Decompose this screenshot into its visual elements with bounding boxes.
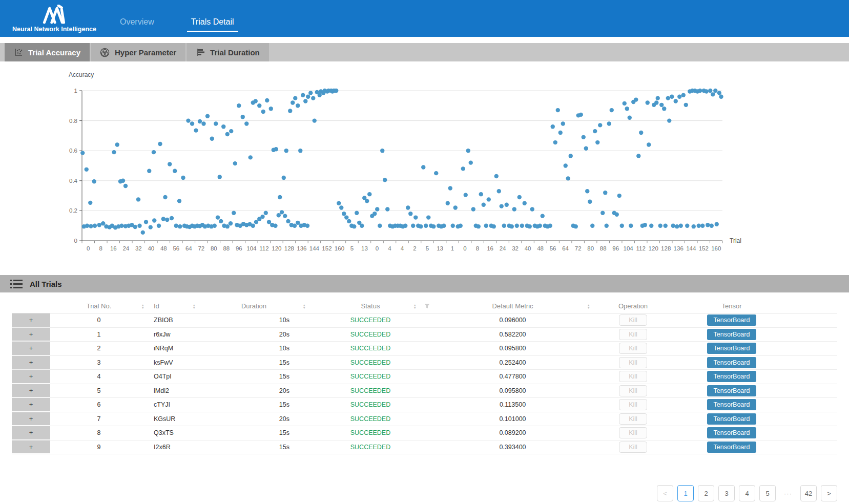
scatter-point[interactable]: [163, 195, 167, 199]
scatter-point[interactable]: [684, 103, 688, 107]
scatter-point[interactable]: [89, 224, 93, 228]
expand-row-button[interactable]: +: [12, 412, 50, 426]
scatter-point[interactable]: [421, 165, 425, 169]
scatter-point[interactable]: [115, 142, 119, 146]
scatter-point[interactable]: [198, 119, 202, 123]
scatter-point[interactable]: [269, 107, 273, 111]
scatter-point[interactable]: [85, 167, 89, 172]
scatter-point[interactable]: [585, 189, 589, 193]
scatter-point[interactable]: [679, 224, 683, 228]
scatter-point[interactable]: [677, 95, 681, 99]
scatter-point[interactable]: [502, 224, 506, 228]
tensorboard-button[interactable]: TensorBoard: [707, 427, 757, 438]
scatter-point[interactable]: [298, 149, 302, 153]
scatter-point[interactable]: [296, 221, 300, 225]
kill-button[interactable]: Kill: [619, 413, 647, 425]
scatter-point[interactable]: [213, 224, 217, 228]
expand-row-button[interactable]: +: [12, 398, 50, 412]
scatter-point[interactable]: [305, 224, 309, 228]
page-button-5[interactable]: 5: [759, 485, 776, 501]
scatter-point[interactable]: [284, 149, 288, 153]
expand-row-button[interactable]: +: [12, 384, 50, 398]
scatter-point[interactable]: [383, 178, 387, 182]
scatter-point[interactable]: [482, 202, 486, 206]
scatter-point[interactable]: [553, 140, 557, 144]
scatter-point[interactable]: [710, 224, 714, 228]
kill-button[interactable]: Kill: [619, 357, 647, 368]
scatter-point[interactable]: [205, 114, 210, 118]
scatter-point[interactable]: [636, 154, 640, 158]
tab-trial-duration[interactable]: Trial Duration: [187, 43, 269, 61]
scatter-point[interactable]: [174, 224, 178, 228]
kill-button[interactable]: Kill: [619, 427, 647, 438]
scatter-point[interactable]: [643, 223, 647, 227]
scatter-point[interactable]: [646, 100, 650, 104]
scatter-point[interactable]: [558, 131, 563, 135]
scatter-point[interactable]: [593, 129, 597, 133]
tensorboard-button[interactable]: TensorBoard: [707, 385, 757, 396]
scatter-point[interactable]: [264, 211, 268, 215]
scatter-point[interactable]: [355, 211, 359, 215]
scatter-point[interactable]: [670, 95, 674, 99]
nav-tab-trials-detail[interactable]: Trials Detail: [187, 17, 238, 32]
scatter-point[interactable]: [232, 211, 236, 215]
tensorboard-button[interactable]: TensorBoard: [707, 343, 757, 354]
scatter-point[interactable]: [419, 224, 423, 228]
scatter-point[interactable]: [261, 110, 265, 114]
scatter-point[interactable]: [216, 215, 220, 219]
prev-page-button[interactable]: <: [657, 485, 673, 501]
scatter-point[interactable]: [80, 151, 85, 155]
scatter-point[interactable]: [564, 163, 568, 167]
sort-icon[interactable]: ▲▼: [413, 304, 417, 309]
scatter-point[interactable]: [664, 224, 668, 228]
scatter-point[interactable]: [210, 137, 214, 141]
scatter-point[interactable]: [313, 118, 317, 122]
scatter-point[interactable]: [157, 224, 161, 228]
scatter-point[interactable]: [620, 224, 624, 228]
sort-icon[interactable]: ▲▼: [193, 304, 196, 309]
scatter-point[interactable]: [201, 121, 205, 125]
scatter-point[interactable]: [706, 223, 710, 227]
scatter-point[interactable]: [451, 224, 455, 228]
scatter-point[interactable]: [165, 218, 169, 222]
scatter-point[interactable]: [161, 217, 165, 221]
scatter-point[interactable]: [181, 176, 185, 180]
scatter-point[interactable]: [367, 192, 371, 196]
scatter-point[interactable]: [306, 95, 310, 99]
scatter-point[interactable]: [152, 150, 156, 154]
tensorboard-button[interactable]: TensorBoard: [707, 371, 757, 382]
scatter-point[interactable]: [605, 224, 609, 228]
scatter-point[interactable]: [487, 197, 491, 201]
scatter-point[interactable]: [711, 92, 715, 96]
scatter-point[interactable]: [698, 89, 702, 93]
filter-icon[interactable]: [424, 303, 430, 309]
scatter-point[interactable]: [674, 99, 678, 103]
scatter-point[interactable]: [625, 107, 629, 111]
scatter-point[interactable]: [158, 142, 162, 146]
scatter-point[interactable]: [244, 121, 249, 125]
scatter-point[interactable]: [301, 93, 305, 97]
scatter-point[interactable]: [517, 195, 522, 199]
scatter-point[interactable]: [500, 204, 504, 208]
scatter-point[interactable]: [254, 220, 258, 224]
scatter-point[interactable]: [588, 200, 592, 204]
scatter-point[interactable]: [479, 192, 483, 196]
kill-button[interactable]: Kill: [619, 442, 647, 453]
scatter-point[interactable]: [92, 179, 96, 183]
scatter-point[interactable]: [311, 96, 315, 100]
scatter-point[interactable]: [380, 149, 384, 153]
tensorboard-button[interactable]: TensorBoard: [707, 413, 757, 425]
scatter-point[interactable]: [647, 142, 651, 146]
scatter-point[interactable]: [337, 201, 341, 205]
scatter-point[interactable]: [186, 118, 190, 122]
scatter-point[interactable]: [477, 224, 481, 228]
scatter-point[interactable]: [494, 174, 499, 178]
scatter-point[interactable]: [136, 197, 140, 201]
scatter-point[interactable]: [303, 99, 307, 103]
sort-icon[interactable]: ▲▼: [141, 304, 144, 309]
scatter-point[interactable]: [141, 230, 145, 235]
scatter-point[interactable]: [133, 225, 137, 229]
scatter-point[interactable]: [241, 115, 245, 119]
scatter-point[interactable]: [257, 103, 261, 108]
nni-logo[interactable]: Neural Network Intelligence: [14, 0, 94, 37]
